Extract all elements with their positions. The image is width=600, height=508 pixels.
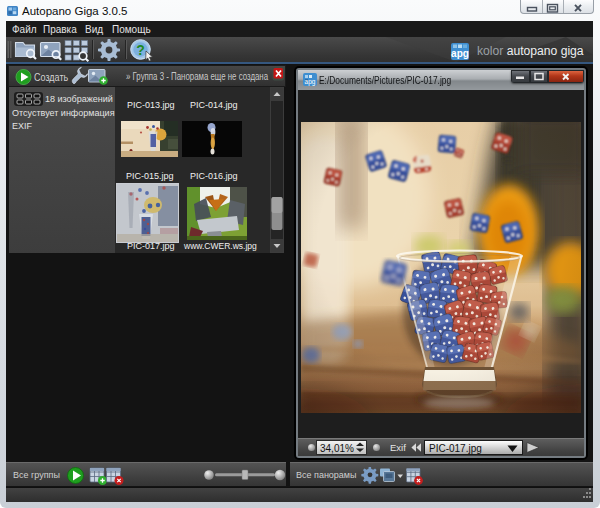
svg-text:Создать: Создать (34, 71, 68, 83)
svg-text:apg: apg (305, 78, 316, 86)
svg-text:» Группа 3 - Панорама еще не с: » Группа 3 - Панорама еще не создана (126, 71, 269, 82)
svg-text:?: ? (136, 42, 145, 58)
svg-text:kolor autopano giga: kolor autopano giga (477, 42, 584, 58)
svg-text:apg: apg (451, 48, 469, 59)
